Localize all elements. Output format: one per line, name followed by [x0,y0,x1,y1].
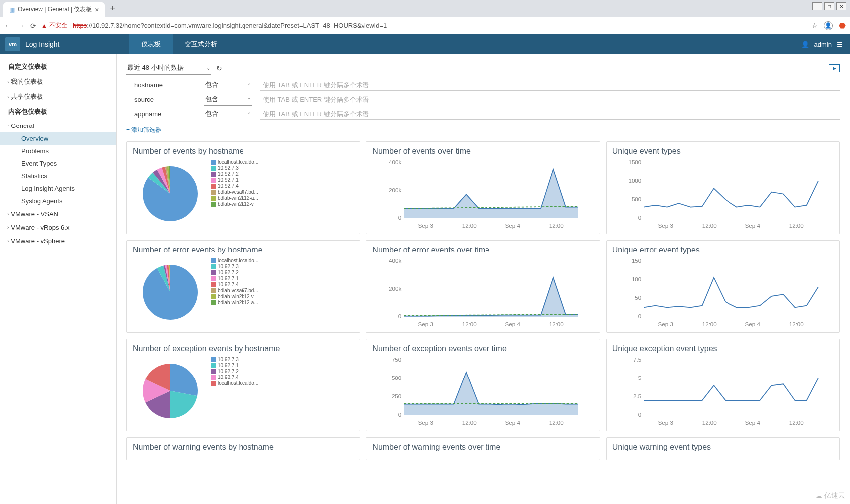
cloud-icon: ☁ [815,492,822,500]
filter-label: source [126,96,196,103]
area-chart: 7505002500Sep 312:00Sep 412:00 [372,356,593,426]
tab-interactive-analysis[interactable]: 交互式分析 [173,34,229,54]
sidebar-sub-overview[interactable]: Overview [0,132,116,145]
legend-item: bdlab-win2k12-v [211,201,354,207]
svg-text:2.5: 2.5 [633,393,641,399]
svg-text:400k: 400k [389,257,401,264]
widget-title: Number of events by hostname [133,147,354,156]
filter-value-input[interactable] [260,109,840,120]
add-filter-button[interactable]: + 添加筛选器 [126,122,840,136]
sidebar-item-vmware-vsphere[interactable]: ›VMware - vSphere [0,234,116,248]
widget[interactable]: Number of exception events by hostname10… [126,339,360,431]
svg-text:200k: 200k [389,187,401,193]
svg-text:Sep 3: Sep 3 [418,321,433,327]
line-chart: 150010005000Sep 312:00Sep 412:00 [612,159,833,229]
widget[interactable]: Number of warning events by hostname [126,437,360,460]
svg-text:150: 150 [632,257,642,264]
widget[interactable]: Unique warning event types [606,437,840,460]
sidebar-heading-content-pack: 内容包仪表板 [0,104,116,119]
widget[interactable]: Unique exception event types7.552.50Sep … [606,339,840,431]
filter-operator-select[interactable]: 包含⌄ [204,93,252,106]
legend-item: bdlab-win2k12-a... [211,195,354,201]
widget[interactable]: Number of error events by hostnamelocalh… [126,240,360,333]
svg-text:Sep 4: Sep 4 [505,222,521,229]
widget[interactable]: Number of warning events over time [366,437,600,460]
close-icon[interactable]: × [95,6,99,14]
filter-value-input[interactable] [260,94,840,105]
svg-text:7.5: 7.5 [633,356,641,363]
svg-text:0: 0 [638,412,642,418]
svg-text:12:00: 12:00 [702,419,717,426]
svg-text:Sep 4: Sep 4 [505,321,521,327]
line-chart: 7.552.50Sep 312:00Sep 412:00 [612,356,833,426]
filter-operator-select[interactable]: 包含⌄ [204,79,252,91]
legend-item: 10.92.7.1 [211,177,354,183]
sidebar-sub-event-types[interactable]: Event Types [0,157,116,170]
legend-item: 10.92.7.4 [211,183,354,189]
svg-text:5: 5 [638,375,641,381]
window-maximize-icon[interactable]: □ [824,2,834,10]
legend-item: bdlab-win2k12-v [211,294,354,299]
widget-title: Number of events over time [372,147,593,156]
security-badge[interactable]: ▲ 不安全 | https://10.92.7.32/home?contextI… [41,21,387,30]
sidebar-item-vmware-vrops[interactable]: ›VMware - vRops 6.x [0,221,116,234]
tab-favicon: ▥ [9,6,15,13]
legend-item: 10.92.7.1 [211,276,354,281]
svg-text:400k: 400k [389,159,401,165]
sidebar-sub-syslog-agents[interactable]: Syslog Agents [0,195,116,207]
browser-tab[interactable]: ▥ Overview | General | 仪表板 × [3,2,105,17]
reload-icon[interactable]: ⟳ [30,22,36,30]
svg-text:12:00: 12:00 [789,419,804,426]
sidebar-item-general[interactable]: ›General [0,119,116,132]
pie-chart [133,159,208,229]
refresh-icon[interactable]: ↻ [216,64,222,72]
pie-chart [133,257,208,327]
widget[interactable]: Number of events by hostnamelocalhost.lo… [126,141,360,234]
profile-icon[interactable]: 👤 [824,21,833,30]
widget[interactable]: Unique event types150010005000Sep 312:00… [606,141,840,234]
extension-icon[interactable]: ⬣ [839,21,846,30]
sidebar-item-shared-dashboards[interactable]: ›共享仪表板 [0,89,116,104]
svg-text:12:00: 12:00 [462,222,477,229]
vmware-logo: vm [5,37,20,51]
sidebar-sub-problems[interactable]: Problems [0,145,116,157]
svg-text:Sep 3: Sep 3 [418,222,433,229]
tab-title: Overview | General | 仪表板 [18,5,92,14]
time-range-select[interactable]: 最近 48 小时的数据 [126,61,211,75]
widget-title: Unique event types [612,147,833,156]
sidebar-item-my-dashboards[interactable]: ›我的仪表板 [0,74,116,89]
svg-text:12:00: 12:00 [462,321,477,327]
widget[interactable]: Number of events over time400k200k0Sep 3… [366,141,600,234]
play-icon[interactable]: ▶ [829,64,840,72]
chevron-right-icon: › [7,79,9,85]
app-name: Log Insight [25,40,60,48]
forward-icon[interactable]: → [17,21,25,30]
svg-text:Sep 3: Sep 3 [658,321,673,327]
filter-value-input[interactable] [260,80,840,91]
watermark: ☁ 亿速云 [815,491,845,500]
main-content: 最近 48 小时的数据 ⌄ ↻ ▶ hostname 包含⌄ source 包含… [117,54,850,504]
address-bar: ← → ⟳ ▲ 不安全 | https://10.92.7.32/home?co… [0,17,850,34]
legend-item: 10.92.7.4 [211,282,354,287]
chevron-right-icon: › [7,238,9,244]
widget[interactable]: Number of error events over time400k200k… [366,240,600,333]
sidebar-item-vmware-vsan[interactable]: ›VMware - VSAN [0,207,116,221]
user-name[interactable]: admin [814,41,832,48]
sidebar-sub-log-insight-agents[interactable]: Log Insight Agents [0,182,116,195]
star-icon[interactable]: ☆ [812,22,818,29]
window-close-icon[interactable]: ✕ [836,2,846,10]
widget-title: Unique error event types [612,246,833,254]
tab-dashboard[interactable]: 仪表板 [129,34,173,54]
back-icon[interactable]: ← [4,21,12,30]
legend-item: 10.92.7.2 [211,369,354,374]
svg-text:12:00: 12:00 [789,222,804,229]
window-minimize-icon[interactable]: — [812,2,822,10]
sidebar-sub-statistics[interactable]: Statistics [0,170,116,182]
widget[interactable]: Unique error event types150100500Sep 312… [606,240,840,333]
widget[interactable]: Number of exception events over time7505… [366,339,600,431]
filter-operator-select[interactable]: 包含⌄ [204,108,252,120]
widget-title: Unique warning event types [612,443,833,452]
svg-text:100: 100 [632,276,642,282]
new-tab-button[interactable]: + [105,0,120,17]
menu-icon[interactable]: ☰ [837,41,843,48]
